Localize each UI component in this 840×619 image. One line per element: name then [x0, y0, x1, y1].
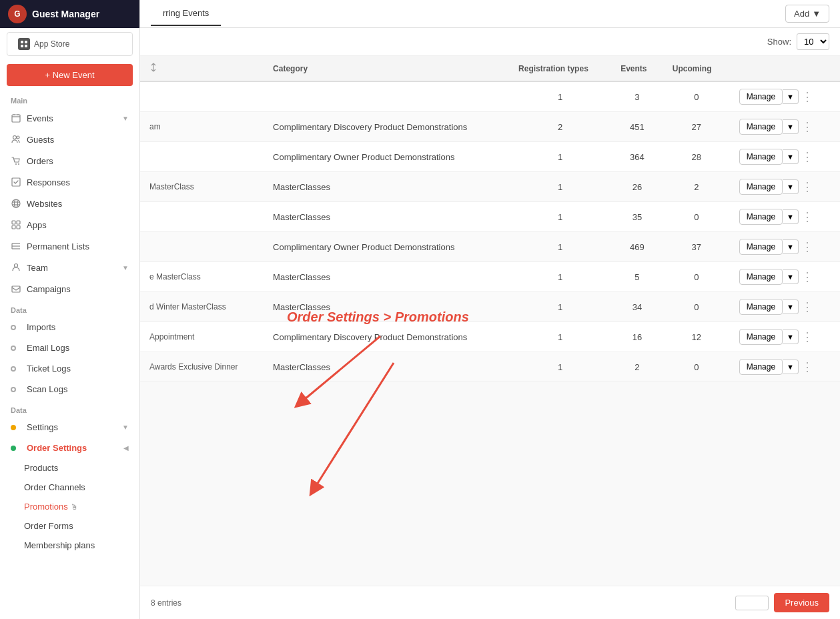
manage-dropdown-3[interactable]: ▼	[783, 179, 799, 194]
manage-dropdown-5[interactable]: ▼	[783, 239, 799, 254]
manage-button-8[interactable]: Manage	[739, 329, 783, 345]
manage-button-9[interactable]: Manage	[739, 359, 783, 375]
edit-button-9[interactable]: ⋮	[799, 360, 816, 374]
col-events[interactable]: Events	[611, 56, 663, 81]
manage-button-4[interactable]: Manage	[739, 209, 783, 225]
cell-actions-5: Manage ▼ ⋮	[730, 232, 840, 262]
ticket-logs-label: Ticket Logs	[27, 364, 71, 374]
cell-name-0	[140, 81, 264, 112]
manage-dropdown-7[interactable]: ▼	[783, 299, 799, 314]
manage-button-0[interactable]: Manage	[739, 89, 783, 105]
svg-point-8	[13, 136, 17, 139]
previous-button[interactable]: Previous	[774, 593, 829, 612]
email-logs-label: Email Logs	[27, 343, 69, 353]
sub-nav-order-channels[interactable]: Order Channels	[0, 478, 139, 497]
section-data2-label: Data	[0, 400, 139, 417]
scan-logs-dot-icon	[11, 387, 16, 392]
sub-nav-membership-plans[interactable]: Membership plans	[0, 536, 139, 555]
cell-actions-9: Manage ▼ ⋮	[730, 352, 840, 382]
sidebar-item-permanent-lists[interactable]: Permanent Lists	[0, 235, 139, 257]
products-label: Products	[24, 463, 58, 473]
sidebar-item-ticket-logs[interactable]: Ticket Logs	[0, 358, 139, 379]
col-reg-types[interactable]: Registration types	[509, 56, 611, 81]
svg-rect-3	[25, 45, 27, 47]
manage-button-1[interactable]: Manage	[739, 119, 783, 135]
cell-reg-types-1: 2	[509, 112, 611, 142]
manage-dropdown-8[interactable]: ▼	[783, 330, 799, 344]
team-label: Team	[27, 263, 48, 273]
col-category[interactable]: Category	[264, 56, 509, 81]
sidebar-item-team[interactable]: Team ▼	[0, 257, 139, 278]
top-tabs: rring Events	[151, 1, 221, 26]
edit-button-8[interactable]: ⋮	[799, 330, 816, 344]
svg-rect-4	[12, 115, 20, 122]
cell-events-6: 5	[611, 262, 663, 292]
imports-label: Imports	[27, 322, 55, 332]
show-select[interactable]: 10 25 50	[797, 33, 829, 50]
sidebar-item-events[interactable]: Events ▼	[0, 107, 139, 129]
show-label: Show:	[767, 37, 791, 47]
sidebar-item-campaigns[interactable]: Campaigns	[0, 278, 139, 299]
manage-button-3[interactable]: Manage	[739, 179, 783, 195]
svg-point-11	[18, 163, 19, 165]
manage-button-2[interactable]: Manage	[739, 149, 783, 165]
cell-upcoming-7: 0	[663, 292, 730, 322]
new-event-button[interactable]: + New Event	[7, 64, 133, 86]
cell-upcoming-1: 27	[663, 112, 730, 142]
cell-events-7: 34	[611, 292, 663, 322]
manage-button-5[interactable]: Manage	[739, 239, 783, 255]
cell-name-6: e MasterClass	[140, 262, 264, 292]
edit-button-7[interactable]: ⋮	[799, 299, 816, 314]
edit-button-5[interactable]: ⋮	[799, 239, 816, 254]
sidebar: G Guest Manager App Store + New Event Ma…	[0, 0, 140, 619]
sidebar-item-settings[interactable]: Settings ▼	[0, 417, 139, 438]
guests-icon	[11, 134, 21, 145]
manage-dropdown-9[interactable]: ▼	[783, 360, 799, 374]
apps-label: Apps	[27, 220, 47, 230]
sidebar-item-responses[interactable]: Responses	[0, 171, 139, 193]
sidebar-item-imports[interactable]: Imports	[0, 317, 139, 338]
cell-events-0: 3	[611, 81, 663, 112]
app-store-button[interactable]: App Store	[7, 32, 133, 56]
app-name: Guest Manager	[32, 9, 99, 19]
cell-category-9: MasterClasses	[264, 352, 509, 382]
table-row: Complimentary Owner Product Demonstratio…	[140, 232, 840, 262]
cell-category-7: MasterClasses	[264, 292, 509, 322]
edit-button-4[interactable]: ⋮	[799, 209, 816, 224]
edit-button-0[interactable]: ⋮	[799, 89, 816, 104]
svg-rect-26	[12, 286, 20, 292]
sidebar-item-orders[interactable]: Orders	[0, 150, 139, 171]
sidebar-item-order-settings[interactable]: Order Settings ◀	[0, 438, 139, 458]
manage-dropdown-0[interactable]: ▼	[783, 89, 799, 104]
add-button[interactable]: Add ▼	[785, 5, 829, 23]
tab-recurring-events[interactable]: rring Events	[151, 1, 221, 26]
sidebar-item-websites[interactable]: Websites	[0, 193, 139, 214]
section-main-label: Main	[0, 90, 139, 107]
edit-button-2[interactable]: ⋮	[799, 149, 816, 164]
edit-button-3[interactable]: ⋮	[799, 179, 816, 194]
sidebar-item-guests[interactable]: Guests	[0, 129, 139, 150]
membership-plans-label: Membership plans	[24, 540, 95, 550]
sidebar-item-scan-logs[interactable]: Scan Logs	[0, 379, 139, 400]
manage-dropdown-1[interactable]: ▼	[783, 119, 799, 134]
sidebar-item-email-logs[interactable]: Email Logs	[0, 338, 139, 358]
new-event-label: + New Event	[45, 70, 94, 80]
svg-rect-1	[25, 41, 27, 43]
manage-dropdown-6[interactable]: ▼	[783, 269, 799, 284]
sub-nav-products[interactable]: Products	[0, 458, 139, 478]
manage-dropdown-2[interactable]: ▼	[783, 149, 799, 164]
sidebar-item-apps[interactable]: Apps	[0, 214, 139, 235]
manage-dropdown-4[interactable]: ▼	[783, 209, 799, 224]
bottom-bar: 8 entries Previous	[140, 586, 840, 619]
pagination-input[interactable]	[735, 596, 769, 610]
campaigns-label: Campaigns	[27, 284, 71, 294]
sub-nav-order-forms[interactable]: Order Forms	[0, 516, 139, 536]
manage-button-6[interactable]: Manage	[739, 269, 783, 285]
manage-button-7[interactable]: Manage	[739, 299, 783, 315]
edit-button-1[interactable]: ⋮	[799, 119, 816, 134]
edit-button-6[interactable]: ⋮	[799, 269, 816, 284]
table-row: Appointment Complimentary Discovery Prod…	[140, 322, 840, 352]
col-upcoming[interactable]: Upcoming	[663, 56, 730, 81]
orders-icon	[11, 155, 21, 166]
sub-nav-promotions[interactable]: Promotions 🖱	[0, 497, 139, 516]
